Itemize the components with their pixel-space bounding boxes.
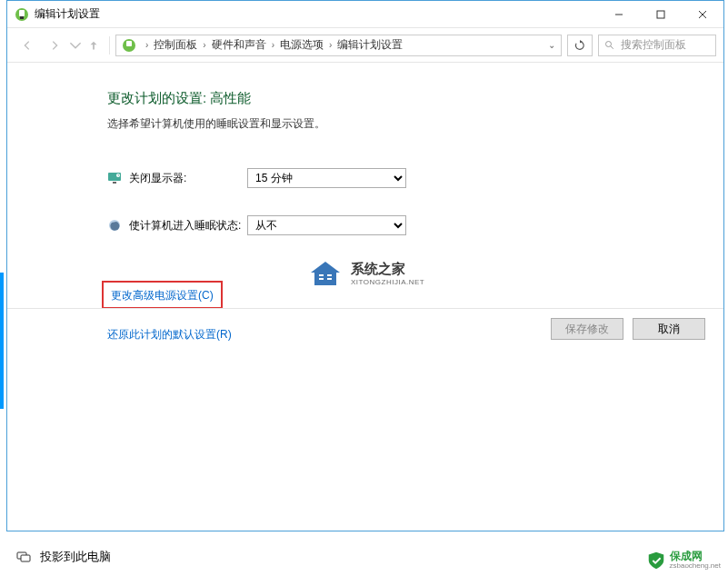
app-icon xyxy=(15,7,29,22)
search-placeholder: 搜索控制面板 xyxy=(621,37,686,53)
svg-rect-12 xyxy=(113,182,116,184)
address-dropdown[interactable]: ⌄ xyxy=(543,40,561,50)
setting-display-off: 关闭显示器: 15 分钟 xyxy=(107,168,687,188)
svg-rect-1 xyxy=(19,10,25,16)
page-subheading: 选择希望计算机使用的睡眠设置和显示设置。 xyxy=(107,116,687,132)
window-title: 编辑计划设置 xyxy=(35,6,598,22)
cancel-button[interactable]: 取消 xyxy=(633,318,705,340)
breadcrumb: › 控制面板 › 硬件和声音 › 电源选项 › 编辑计划设置 xyxy=(142,37,543,53)
taskbar-project-label: 投影到此电脑 xyxy=(40,549,111,565)
up-button[interactable] xyxy=(84,39,104,52)
forward-button[interactable] xyxy=(42,33,67,58)
watermark-house-icon xyxy=(307,260,344,287)
divider xyxy=(109,36,110,55)
svg-rect-18 xyxy=(327,278,332,280)
shield-icon xyxy=(646,551,666,571)
svg-rect-4 xyxy=(657,11,664,18)
crumb-hardware-sound[interactable]: 硬件和声音 xyxy=(210,37,268,53)
chevron-right-icon: › xyxy=(268,40,278,50)
chevron-right-icon: › xyxy=(325,40,335,50)
chevron-right-icon: › xyxy=(142,40,152,50)
setting-sleep: 使计算机进入睡眠状态: 从不 xyxy=(107,215,687,235)
sleep-label: 使计算机进入睡眠状态: xyxy=(129,218,247,233)
maximize-button[interactable] xyxy=(640,1,682,27)
svg-point-9 xyxy=(606,41,612,46)
search-input[interactable]: 搜索控制面板 xyxy=(598,35,716,56)
watermark: 系统之家 XITONGZHIJIA.NET xyxy=(307,260,424,287)
crumb-control-panel[interactable]: 控制面板 xyxy=(152,37,199,53)
display-off-label: 关闭显示器: xyxy=(129,171,247,186)
page-heading: 更改计划的设置: 高性能 xyxy=(107,90,687,107)
advanced-power-link[interactable]: 更改高级电源设置(C) xyxy=(111,289,214,302)
save-button[interactable]: 保存修改 xyxy=(551,318,623,340)
svg-rect-20 xyxy=(21,555,30,561)
crumb-power-options[interactable]: 电源选项 xyxy=(278,37,325,53)
minimize-button[interactable] xyxy=(598,1,640,27)
address-bar[interactable]: › 控制面板 › 硬件和声音 › 电源选项 › 编辑计划设置 ⌄ xyxy=(115,35,562,56)
selection-edge xyxy=(0,273,4,409)
crumb-edit-plan[interactable]: 编辑计划设置 xyxy=(335,37,404,53)
watermark-title: 系统之家 xyxy=(351,261,424,278)
monitor-icon xyxy=(107,171,122,185)
close-button[interactable] xyxy=(682,1,723,27)
project-icon xyxy=(16,550,31,564)
svg-line-10 xyxy=(611,45,613,48)
refresh-button[interactable] xyxy=(567,35,593,56)
svg-rect-2 xyxy=(20,16,24,19)
svg-rect-15 xyxy=(319,274,324,276)
taskbar-project-item[interactable]: 投影到此电脑 xyxy=(16,549,111,565)
highlight-box: 更改高级电源设置(C) xyxy=(102,281,223,309)
back-button[interactable] xyxy=(15,33,40,58)
sleep-select[interactable]: 从不 xyxy=(247,215,406,235)
sleep-icon xyxy=(107,218,122,233)
svg-rect-8 xyxy=(126,41,132,46)
svg-rect-17 xyxy=(327,274,332,276)
recent-dropdown[interactable] xyxy=(69,33,82,58)
svg-rect-16 xyxy=(319,278,324,280)
chevron-right-icon: › xyxy=(199,40,209,50)
watermark-sub: XITONGZHIJIA.NET xyxy=(351,278,424,286)
search-icon xyxy=(604,40,615,51)
bottom-wm-sub: zsbaocheng.net xyxy=(670,562,722,571)
display-off-select[interactable]: 15 分钟 xyxy=(247,168,406,188)
footer-buttons: 保存修改 取消 xyxy=(7,308,723,349)
titlebar: 编辑计划设置 xyxy=(7,1,723,28)
bottom-watermark: 保成网 zsbaocheng.net xyxy=(646,551,722,571)
navbar: › 控制面板 › 硬件和声音 › 电源选项 › 编辑计划设置 ⌄ 搜索控制面板 xyxy=(7,28,723,63)
control-panel-icon xyxy=(122,38,136,53)
